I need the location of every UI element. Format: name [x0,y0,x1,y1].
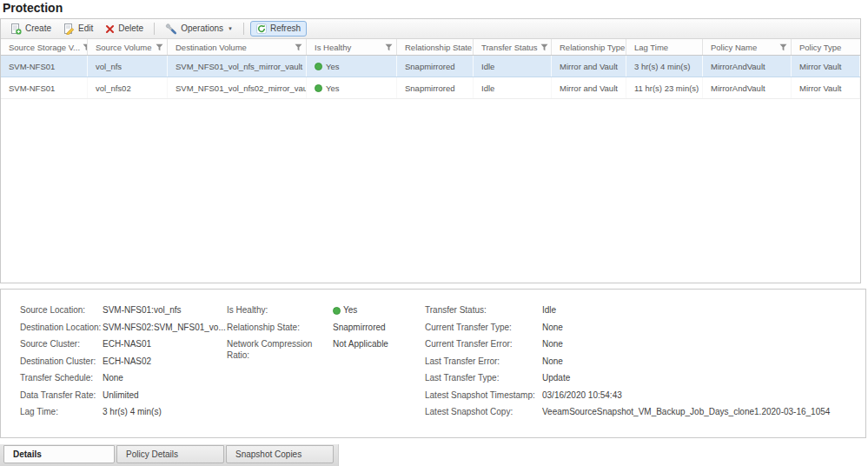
tab-details[interactable]: Details [3,445,115,463]
details-row-relationship-state: Relationship State:Snapmirrored [227,323,423,334]
details-row-is-healthy: Is Healthy:Yes [227,305,423,316]
cell-is-healthy: Yes [307,77,397,98]
table-row[interactable]: SVM-NFS01vol_nfsSVM_NFS01_vol_nfs_mirror… [1,56,860,77]
details-label: Destination Cluster: [20,356,103,368]
column-header-source-volume[interactable]: Source Volume [88,39,168,55]
cell-policy-type: Mirror Vault [792,56,860,77]
column-header-policy-name[interactable]: Policy Name [703,39,792,55]
filter-funnel-icon[interactable] [153,43,163,51]
cell-policy-name: MirrorAndVault [703,77,792,98]
column-header-label: Relationship State [405,43,472,52]
filter-funnel-icon[interactable] [777,43,787,51]
details-label: Latest Snapshot Copy: [425,407,542,418]
details-row-latest-snapshot-copy: Latest Snapshot Copy:VeeamSourceSnapshot… [425,407,864,418]
column-header-source-storage-v[interactable]: Source Storage V... [1,39,88,55]
bottom-tab-bar: DetailsPolicy DetailsSnapshot Copies [0,444,339,466]
details-value: Not Applicable [333,339,388,350]
cell-is-healthy: Yes [307,56,397,77]
refresh-circular-arrow-icon [256,23,267,34]
details-value: 3 hr(s) 4 min(s) [103,407,162,418]
column-header-label: Destination Volume [176,43,247,52]
details-label: Last Transfer Error: [425,356,542,368]
details-value: SVM-NFS02:SVM_NFS01_vo... [103,323,226,334]
create-button[interactable]: Create [4,21,57,37]
column-header-label: Lag Time [634,43,668,52]
details-row-last-transfer-type: Last Transfer Type:Update [425,373,864,384]
details-row-last-transfer-error: Last Transfer Error:None [425,356,864,368]
column-header-relationship-state[interactable]: Relationship State [397,39,474,55]
column-header-relationship-type[interactable]: Relationship Type [552,39,626,55]
cell-relationship-type: Mirror and Vault [552,77,626,98]
toolbar: Create Edit [1,19,860,39]
caret-down-icon: ▼ [228,23,233,34]
details-row-data-transfer-rate: Data Transfer Rate:Unlimited [20,390,225,402]
column-header-lag-time[interactable]: Lag Time [626,39,703,55]
details-value: Update [542,373,570,384]
refresh-button[interactable]: Refresh [250,21,307,37]
column-header-transfer-status[interactable]: Transfer Status [474,39,552,55]
details-pane: Source Location:SVM-NFS01:vol_nfsDestina… [0,289,866,438]
column-header-label: Source Storage V... [9,43,80,52]
create-button-label: Create [25,23,51,34]
tab-snapshot-copies[interactable]: Snapshot Copies [226,445,334,463]
operations-wrench-icon [165,23,177,35]
details-value: None [542,339,563,350]
table-header: Source Storage V...Source VolumeDestinat… [1,39,860,56]
details-label: Is Healthy: [227,305,333,316]
column-header-policy-type[interactable]: Policy Type [792,39,860,55]
details-column-2: Is Healthy:YesRelationship State:Snapmir… [227,305,423,367]
filter-funnel-icon[interactable] [80,43,88,51]
details-label: Source Location: [20,305,103,316]
green-status-dot-icon [315,84,322,92]
cell-destination-volume: SVM_NFS01_vol_nfs02_mirror_vault02 [168,77,307,98]
details-row-transfer-schedule: Transfer Schedule:None [20,373,225,384]
cell-policy-name: MirrorAndVault [703,56,792,77]
column-header-label: Is Healthy [315,43,351,52]
details-value: SVM-NFS01:vol_nfs [103,305,182,316]
table-row[interactable]: SVM-NFS01vol_nfs02SVM_NFS01_vol_nfs02_mi… [1,77,860,99]
column-header-destination-volume[interactable]: Destination Volume [168,39,307,55]
tab-policy-details[interactable]: Policy Details [116,445,224,463]
toolbar-separator [154,23,155,35]
column-header-is-healthy[interactable]: Is Healthy [307,39,397,55]
tab-label: Details [13,449,42,459]
refresh-button-label: Refresh [270,23,301,34]
details-label: Current Transfer Error: [425,339,542,350]
details-column-1: Source Location:SVM-NFS01:vol_nfsDestina… [20,305,225,424]
tab-label: Snapshot Copies [235,449,301,459]
details-label: Current Transfer Type: [425,323,542,334]
cell-destination-volume: SVM_NFS01_vol_nfs_mirror_vault [168,56,307,77]
details-row-destination-location: Destination Location:SVM-NFS02:SVM_NFS01… [20,323,225,334]
delete-button[interactable]: Delete [99,21,149,37]
filter-funnel-icon[interactable] [538,43,548,51]
details-label: Transfer Status: [425,305,542,316]
edit-pencil-icon [63,23,75,35]
details-row-current-transfer-error: Current Transfer Error:None [425,339,864,350]
column-header-label: Policy Name [711,43,757,52]
tab-label: Policy Details [126,449,178,459]
cell-lag-time: 11 hr(s) 23 min(s) [626,77,703,98]
cell-policy-type: Mirror Vault [792,77,860,98]
cell-relationship-type: Mirror and Vault [552,56,626,77]
edit-button[interactable]: Edit [57,21,99,37]
column-header-label: Source Volume [96,43,151,52]
details-label: Source Cluster: [20,339,103,350]
cell-source-storage-v: SVM-NFS01 [1,77,88,98]
column-header-label: Policy Type [799,43,841,52]
details-column-3: Transfer Status:IdleCurrent Transfer Typ… [425,305,864,424]
details-value: Idle [542,305,556,316]
details-row-source-cluster: Source Cluster:ECH-NAS01 [20,339,225,350]
details-row-network-compression-ratio: Network Compression Ratio:Not Applicable [227,339,423,361]
details-value: ECH-NAS02 [103,356,151,368]
operations-menu-button[interactable]: Operations ▼ [159,21,239,37]
filter-funnel-icon[interactable] [292,43,302,51]
cell-relationship-state: Snapmirrored [397,77,474,98]
details-value: None [103,373,123,384]
page-title: Protection [3,1,63,15]
details-row-source-location: Source Location:SVM-NFS01:vol_nfs [20,305,225,316]
details-value: Yes [333,305,357,316]
details-row-lag-time: Lag Time:3 hr(s) 4 min(s) [20,407,225,418]
details-label: Transfer Schedule: [20,373,103,384]
filter-funnel-icon[interactable] [382,43,393,51]
details-value: Unlimited [103,390,139,402]
